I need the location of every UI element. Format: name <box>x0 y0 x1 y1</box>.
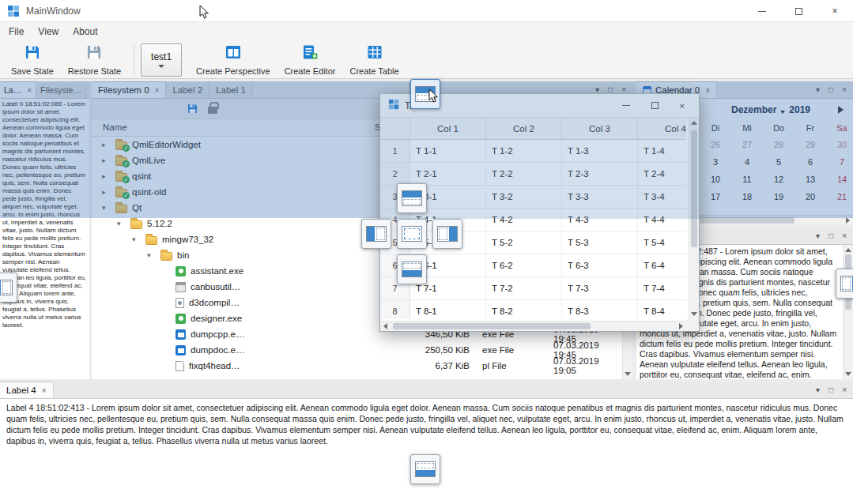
table-row-header[interactable]: 8 <box>380 300 410 319</box>
scroll-up-icon[interactable] <box>691 121 697 125</box>
tree-item[interactable]: dumpdoc.e…250,50 KiBexe File07.03.2019 1… <box>92 342 622 358</box>
drop-indicator-window-top[interactable] <box>410 79 440 109</box>
floating-window-table0[interactable]: Table 0 × Col 1Col 2Col 3Col 4 1T 1-1T 1… <box>379 93 700 332</box>
create-table-button[interactable]: Create Table <box>343 43 405 77</box>
table-cell[interactable]: T 8-1 <box>410 300 486 319</box>
table-column-header[interactable]: Col 4 <box>638 118 686 139</box>
table-cell[interactable]: T 2-2 <box>486 163 562 185</box>
close-button[interactable]: × <box>817 0 853 22</box>
table-cell[interactable]: T 1-1 <box>410 140 486 162</box>
close-button[interactable]: × <box>680 101 685 111</box>
maximize-button[interactable] <box>780 0 817 22</box>
menu-about[interactable]: About <box>66 22 104 41</box>
scroll-down-icon[interactable] <box>625 372 631 376</box>
table-cell[interactable]: T 2-1 <box>410 163 486 185</box>
minimize-button[interactable] <box>622 105 630 106</box>
maximize-button[interactable] <box>651 102 659 109</box>
scroll-up-icon[interactable] <box>845 248 851 252</box>
minimize-button[interactable] <box>744 0 780 22</box>
table-cell[interactable]: T 8-4 <box>638 300 686 319</box>
drop-indicator-window-left[interactable] <box>0 273 17 303</box>
menu-view[interactable]: View <box>31 22 66 41</box>
table-cell[interactable]: T 7-4 <box>638 277 686 299</box>
scroll-down-icon[interactable] <box>845 372 851 376</box>
drop-indicator-area-center[interactable] <box>397 219 427 249</box>
expanded-expander-icon[interactable]: ▾ <box>145 251 160 259</box>
folder-icon <box>160 252 172 261</box>
expanded-expander-icon[interactable]: ▾ <box>130 235 145 243</box>
perspective-combo[interactable]: test1 <box>141 43 182 77</box>
table-cell[interactable]: T 4-3 <box>562 209 638 231</box>
dock-top-icon <box>402 190 422 206</box>
exe-blue-icon <box>176 329 186 340</box>
table-cell[interactable]: T 3-4 <box>638 186 686 208</box>
table-cell[interactable]: T 7-2 <box>486 277 562 299</box>
table-column-header[interactable]: Col 1 <box>410 118 486 139</box>
undock-icon[interactable]: □ <box>828 386 833 394</box>
table-cell[interactable]: T 2-3 <box>562 163 638 185</box>
dock-right-icon <box>437 226 458 242</box>
scrollbar-thumb[interactable] <box>393 323 591 329</box>
table-cell[interactable]: T 6-3 <box>562 254 638 276</box>
close-dock-icon[interactable]: × <box>842 386 847 394</box>
table-cell[interactable]: T 5-3 <box>562 231 638 254</box>
create-editor-button[interactable]: Create Editor <box>278 43 342 77</box>
table-cell[interactable]: T 1-2 <box>486 140 562 162</box>
table-cell[interactable]: T 1-4 <box>638 140 686 162</box>
menu-file[interactable]: File <box>2 22 31 41</box>
table-cell[interactable]: T 6-4 <box>638 254 686 276</box>
tab-label-4[interactable]: Label 4× <box>0 382 54 398</box>
table-cell[interactable]: T 3-2 <box>486 186 562 208</box>
scroll-right-icon[interactable] <box>846 217 850 224</box>
table-column-headers: Col 1Col 2Col 3Col 4 <box>410 118 686 139</box>
tabs-menu-icon[interactable]: ▾ <box>816 386 820 394</box>
drop-indicator-area-left[interactable] <box>361 219 391 249</box>
drop-indicator-area-right[interactable] <box>432 219 462 249</box>
table-cell[interactable]: T 8-2 <box>486 300 562 319</box>
file-icon <box>176 361 184 371</box>
scroll-left-icon[interactable] <box>383 323 387 329</box>
label4-dock: Label 4× ▾ □ × Label 4 18:51:02:413 - Lo… <box>0 382 853 504</box>
tabs-menu-icon[interactable]: ▾ <box>816 232 820 240</box>
table-corner-button[interactable] <box>380 118 410 139</box>
maximize-icon <box>795 8 802 15</box>
label5-scrollbar[interactable] <box>843 245 853 379</box>
tree-item[interactable]: fixqt4head…6,37 KiBpl File07.03.2019 19:… <box>92 358 622 374</box>
table-cell[interactable]: T 1-3 <box>562 140 638 162</box>
table-cell[interactable]: T 4-4 <box>638 209 686 231</box>
table-row-header[interactable]: 1 <box>380 140 410 162</box>
file-name: assistant.exe <box>191 266 243 276</box>
scroll-down-icon[interactable] <box>691 312 697 316</box>
scrollbar-thumb[interactable] <box>693 217 794 224</box>
close-dock-icon[interactable]: × <box>842 232 847 240</box>
table-cell[interactable]: T 4-2 <box>486 209 562 231</box>
table-column-header[interactable]: Col 3 <box>562 118 638 139</box>
table-cell[interactable]: T 2-4 <box>638 163 686 185</box>
drop-indicator-window-bottom[interactable] <box>410 454 440 484</box>
table-cell[interactable]: T 6-2 <box>486 254 562 276</box>
app-icon <box>388 99 399 113</box>
table-cell[interactable]: T 8-3 <box>562 300 638 319</box>
save-state-button[interactable]: Save State <box>5 43 60 77</box>
restore-state-button[interactable]: Restore State <box>62 43 127 77</box>
table-cell[interactable]: T 3-3 <box>562 186 638 208</box>
undock-icon[interactable]: □ <box>828 232 833 240</box>
table-column-header[interactable]: Col 2 <box>486 118 562 139</box>
table-cell[interactable]: T 7-3 <box>562 277 638 299</box>
scroll-right-icon[interactable] <box>679 323 683 329</box>
drop-indicator-area-top[interactable] <box>397 183 427 213</box>
title-bar: MainWindow × <box>0 0 853 22</box>
floating-window-controls: × <box>622 101 691 111</box>
drop-indicator-area-bottom[interactable] <box>397 254 427 284</box>
expanded-expander-icon[interactable]: ▾ <box>115 220 130 228</box>
table-vertical-scrollbar[interactable] <box>689 118 699 319</box>
table-cell[interactable]: T 5-4 <box>638 231 686 254</box>
file-name: designer.exe <box>191 314 242 323</box>
drop-indicator-window-right[interactable] <box>836 269 853 299</box>
tab-close-icon[interactable]: × <box>42 386 47 395</box>
table-horizontal-scrollbar[interactable] <box>380 321 686 331</box>
scrollbar-thumb[interactable] <box>691 130 697 247</box>
table-row-header[interactable]: 2 <box>380 163 410 185</box>
table-cell[interactable]: T 5-2 <box>486 231 562 254</box>
create-perspective-button[interactable]: Create Perspective <box>190 43 277 77</box>
